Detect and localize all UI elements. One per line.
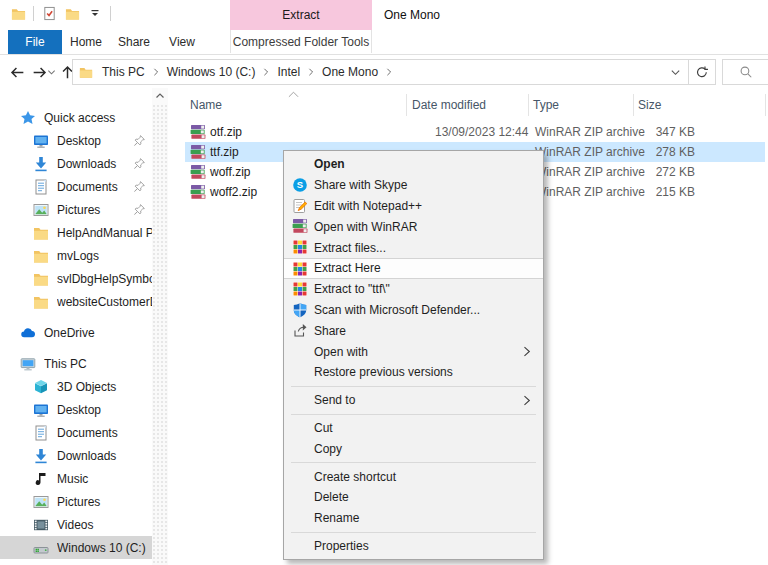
- sidebar-item-music[interactable]: Music: [0, 467, 152, 490]
- menu-item-share[interactable]: Share: [284, 320, 543, 341]
- qat-customize-icon[interactable]: [87, 5, 103, 21]
- submenu-chevron-icon: [520, 345, 533, 358]
- menu-item-edit-with-notepad[interactable]: Edit with Notepad++: [284, 196, 543, 217]
- back-button[interactable]: [6, 60, 28, 84]
- properties-check-icon[interactable]: [41, 5, 57, 21]
- tab-file[interactable]: File: [8, 30, 62, 54]
- menu-item-open-with[interactable]: Open with: [284, 341, 543, 362]
- scroll-up-icon[interactable]: [152, 88, 168, 104]
- sidebar-item-websitecustomerdo[interactable]: websiteCustomerDo: [0, 290, 152, 313]
- sidebar-item-3d-objects[interactable]: 3D Objects: [0, 375, 152, 398]
- breadcrumb: This PCWindows 10 (C:)IntelOne Mono: [72, 59, 716, 85]
- menu-item-open[interactable]: Open: [284, 154, 543, 175]
- breadcrumb-segment-this-pc[interactable]: This PC: [97, 65, 150, 79]
- tab-home[interactable]: Home: [62, 30, 110, 54]
- breadcrumb-segment-intel[interactable]: Intel: [272, 65, 305, 79]
- address-dropdown-chevron-icon[interactable]: [662, 60, 688, 84]
- tab-view[interactable]: View: [158, 30, 206, 54]
- refresh-icon[interactable]: [689, 60, 715, 84]
- column-header-size[interactable]: Size: [638, 98, 661, 112]
- folder-icon: [33, 225, 49, 241]
- sidebar-item-downloads[interactable]: Downloads: [0, 444, 152, 467]
- sidebar-item-this-pc[interactable]: This PC: [0, 352, 152, 375]
- menu-item-restore-previous-versions[interactable]: Restore previous versions: [284, 362, 543, 383]
- tab-share[interactable]: Share: [110, 30, 158, 54]
- file-name: otf.zip: [210, 125, 242, 139]
- context-menu: OpenSShare with SkypeEdit with Notepad++…: [283, 150, 544, 560]
- menu-item-extract-files[interactable]: Extract files...: [284, 237, 543, 258]
- sidebar-item-label: Downloads: [57, 449, 152, 463]
- menu-item-extract-to-ttf[interactable]: Extract to "ttf\": [284, 279, 543, 300]
- column-divider[interactable]: [633, 94, 634, 116]
- winrar-extract-icon: [292, 281, 308, 297]
- menu-item-create-shortcut[interactable]: Create shortcut: [284, 466, 543, 487]
- folder-icon[interactable]: [10, 5, 26, 21]
- menu-item-send-to[interactable]: Send to: [284, 390, 543, 411]
- sidebar-item-pictures[interactable]: Pictures: [0, 198, 152, 221]
- folder-icon: [79, 65, 93, 79]
- onedrive-icon: [20, 325, 36, 341]
- menu-item-properties[interactable]: Properties: [284, 536, 543, 557]
- sidebar-item-label: Pictures: [57, 203, 133, 217]
- menu-item-rename[interactable]: Rename: [284, 508, 543, 529]
- breadcrumb-segment-one-mono[interactable]: One Mono: [317, 65, 383, 79]
- tab-compressed-folder-tools[interactable]: Compressed Folder Tools: [230, 30, 372, 53]
- sidebar-item-desktop[interactable]: Desktop: [0, 398, 152, 421]
- menu-item-open-with-winrar[interactable]: Open with WinRAR: [284, 216, 543, 237]
- menu-item-label: Extract Here: [314, 261, 381, 275]
- sidebar-scrollbar[interactable]: [152, 88, 168, 565]
- folder-icon[interactable]: [64, 5, 80, 21]
- column-divider[interactable]: [528, 94, 529, 116]
- column-header-date-modified[interactable]: Date modified: [412, 98, 486, 112]
- menu-item-label: Extract files...: [314, 241, 386, 255]
- folder-icon: [33, 248, 49, 264]
- breadcrumb-chevron-icon[interactable]: [260, 68, 272, 76]
- sidebar-item-downloads[interactable]: Downloads: [0, 152, 152, 175]
- pin-icon: [133, 180, 147, 194]
- breadcrumb-chevron-icon[interactable]: [150, 68, 162, 76]
- sidebar-item-windows-10-c[interactable]: Windows 10 (C:): [0, 536, 152, 559]
- menu-item-cut[interactable]: Cut: [284, 418, 543, 439]
- breadcrumb-segment-windows-10-c[interactable]: Windows 10 (C:): [162, 65, 261, 79]
- menu-item-extract-here[interactable]: Extract Here: [284, 258, 543, 279]
- sidebar-item-label: Documents: [57, 426, 152, 440]
- winrar-archive-icon: [190, 124, 206, 140]
- column-divider[interactable]: [406, 94, 407, 116]
- file-row-otf-zip[interactable]: otf.zip13/09/2023 12:44WinRAR ZIP archiv…: [185, 122, 765, 142]
- search-input[interactable]: [722, 59, 768, 85]
- column-header-name[interactable]: Name: [190, 98, 222, 112]
- menu-item-label: Share with Skype: [314, 178, 407, 192]
- menu-item-label: Extract to "ttf\": [314, 282, 390, 296]
- sidebar-item-svldbghelpsymbolf[interactable]: svlDbgHelpSymbolF: [0, 267, 152, 290]
- winrar-archive-icon: [190, 164, 206, 180]
- sidebar-item-mvlogs[interactable]: mvLogs: [0, 244, 152, 267]
- breadcrumb-chevron-icon[interactable]: [305, 68, 317, 76]
- sidebar-item-quick-access[interactable]: Quick access: [0, 106, 152, 129]
- menu-separator: [291, 462, 536, 463]
- sidebar-item-desktop[interactable]: Desktop: [0, 129, 152, 152]
- sidebar-item-videos[interactable]: Videos: [0, 513, 152, 536]
- sidebar-item-label: websiteCustomerDo: [57, 295, 152, 309]
- desktop-icon: [33, 133, 49, 149]
- menu-item-copy[interactable]: Copy: [284, 438, 543, 459]
- sidebar-item-documents[interactable]: Documents: [0, 175, 152, 198]
- column-header-type[interactable]: Type: [533, 98, 559, 112]
- sidebar-item-label: HelpAndManual Pro: [57, 226, 152, 240]
- sidebar-item-helpandmanual-pro[interactable]: HelpAndManual Pro: [0, 221, 152, 244]
- downloads-icon: [33, 156, 49, 172]
- menu-item-share-with-skype[interactable]: SShare with Skype: [284, 175, 543, 196]
- sidebar-item-label: Documents: [57, 180, 133, 194]
- window-title: One Mono: [384, 8, 440, 22]
- sidebar-item-label: Desktop: [57, 134, 133, 148]
- menu-item-delete[interactable]: Delete: [284, 487, 543, 508]
- menu-item-scan-with-microsoft-defender[interactable]: Scan with Microsoft Defender...: [284, 300, 543, 321]
- sidebar-item-documents[interactable]: Documents: [0, 421, 152, 444]
- notepadpp-icon: [292, 198, 308, 214]
- column-divider[interactable]: [765, 94, 766, 116]
- sidebar-item-item[interactable]: [0, 559, 152, 565]
- sidebar-item-onedrive[interactable]: OneDrive: [0, 321, 152, 344]
- folder-icon: [33, 294, 49, 310]
- breadcrumb-chevron-icon[interactable]: [383, 68, 395, 76]
- sidebar-item-pictures[interactable]: Pictures: [0, 490, 152, 513]
- menu-item-label: Open: [314, 157, 345, 171]
